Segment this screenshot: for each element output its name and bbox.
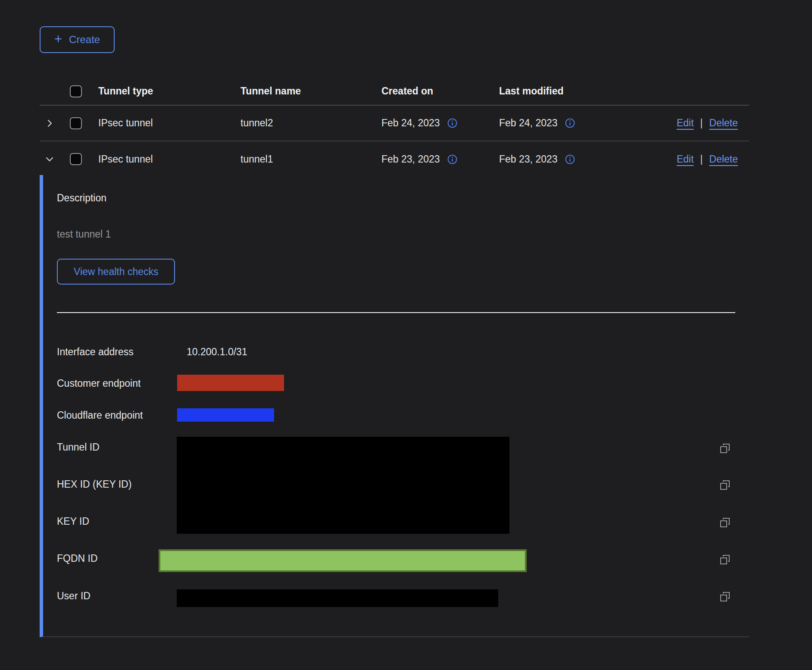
customer-endpoint-redacted-value — [177, 375, 284, 391]
field-label-hex-id: HEX ID (KEY ID) — [57, 479, 131, 490]
field-label-user-id: User ID — [57, 590, 91, 601]
ids-redacted-values — [177, 437, 509, 534]
expand-row-button[interactable] — [40, 113, 59, 133]
edit-link[interactable]: Edit — [677, 153, 694, 165]
last-modified-cell: Feb 24, 2023 — [499, 117, 677, 129]
row-actions: Edit | Delete — [677, 117, 749, 129]
field-label-tunnel-id: Tunnel ID — [57, 441, 100, 453]
column-header-last-modified: Last modified — [499, 85, 749, 97]
last-modified-value: Feb 24, 2023 — [499, 117, 558, 129]
copy-hex-id-button[interactable] — [719, 479, 731, 491]
table-header-row: Tunnel type Tunnel name Created on Last … — [40, 78, 749, 106]
field-label-cloudflare-endpoint: Cloudflare endpoint — [57, 410, 143, 421]
cloudflare-endpoint-redacted-value — [177, 408, 274, 422]
tunnel-name-value: tunnel2 — [240, 117, 381, 129]
tunnels-page: + Create Tunnel type Tunnel name Created… — [0, 0, 812, 670]
edit-link[interactable]: Edit — [677, 117, 694, 129]
copy-icon — [719, 517, 731, 529]
created-on-value: Feb 24, 2023 — [381, 117, 440, 129]
copy-key-id-button[interactable] — [719, 517, 731, 529]
view-health-checks-button[interactable]: View health checks — [57, 259, 175, 285]
tunnel-type-value: IPsec tunnel — [98, 153, 240, 165]
created-on-cell: Feb 23, 2023 — [381, 153, 499, 165]
tunnel-detail-fields: Interface address 10.200.1.0/31 Customer… — [43, 313, 749, 637]
info-icon[interactable] — [447, 118, 458, 128]
row-checkbox[interactable] — [70, 153, 82, 165]
last-modified-value: Feb 23, 2023 — [499, 153, 558, 165]
info-icon[interactable] — [447, 154, 458, 165]
description-label: Description — [57, 192, 106, 204]
user-id-redacted-value — [177, 589, 498, 607]
field-label-customer-endpoint: Customer endpoint — [57, 378, 141, 389]
copy-icon — [719, 591, 731, 603]
table-row: IPsec tunnel tunnel2 Feb 24, 2023 Feb 24… — [40, 106, 749, 141]
info-icon[interactable] — [565, 118, 575, 128]
tunnel-type-value: IPsec tunnel — [98, 117, 240, 129]
field-label-interface-address: Interface address — [57, 346, 134, 357]
chevron-right-icon — [44, 118, 55, 128]
copy-icon — [719, 479, 731, 491]
create-button-label: Create — [69, 34, 100, 46]
copy-icon — [719, 442, 731, 454]
copy-user-id-button[interactable] — [719, 591, 731, 603]
last-modified-cell: Feb 23, 2023 — [499, 153, 677, 165]
chevron-down-icon — [44, 154, 55, 164]
copy-tunnel-id-button[interactable] — [719, 442, 731, 454]
actions-separator: | — [700, 117, 703, 129]
actions-separator: | — [700, 153, 703, 165]
expanded-tunnel-panel: Description test tunnel 1 View health ch… — [40, 175, 749, 637]
interface-address-value: 10.200.1.0/31 — [187, 346, 247, 357]
created-on-value: Feb 23, 2023 — [381, 153, 440, 165]
plus-icon: + — [54, 32, 62, 46]
description-value: test tunnel 1 — [57, 229, 111, 240]
field-label-fqdn-id: FQDN ID — [57, 553, 98, 564]
copy-fqdn-id-button[interactable] — [719, 554, 731, 566]
create-button[interactable]: + Create — [40, 26, 115, 53]
created-on-cell: Feb 24, 2023 — [381, 117, 499, 129]
tunnels-table: Tunnel type Tunnel name Created on Last … — [40, 78, 749, 177]
select-all-checkbox[interactable] — [70, 85, 82, 97]
delete-link[interactable]: Delete — [709, 117, 738, 129]
column-header-tunnel-name: Tunnel name — [240, 85, 381, 97]
copy-icon — [719, 554, 731, 566]
column-header-tunnel-type: Tunnel type — [98, 85, 240, 97]
info-icon[interactable] — [565, 154, 575, 165]
row-checkbox[interactable] — [70, 117, 82, 129]
tunnel-name-value: tunnel1 — [240, 153, 381, 165]
delete-link[interactable]: Delete — [709, 153, 738, 165]
row-actions: Edit | Delete — [677, 153, 749, 165]
collapse-row-button[interactable] — [40, 149, 59, 169]
table-row: IPsec tunnel tunnel1 Feb 23, 2023 Feb 23… — [40, 141, 749, 177]
field-label-key-id: KEY ID — [57, 516, 89, 527]
column-header-created-on: Created on — [381, 85, 499, 97]
fqdn-id-redacted-value — [159, 549, 527, 572]
